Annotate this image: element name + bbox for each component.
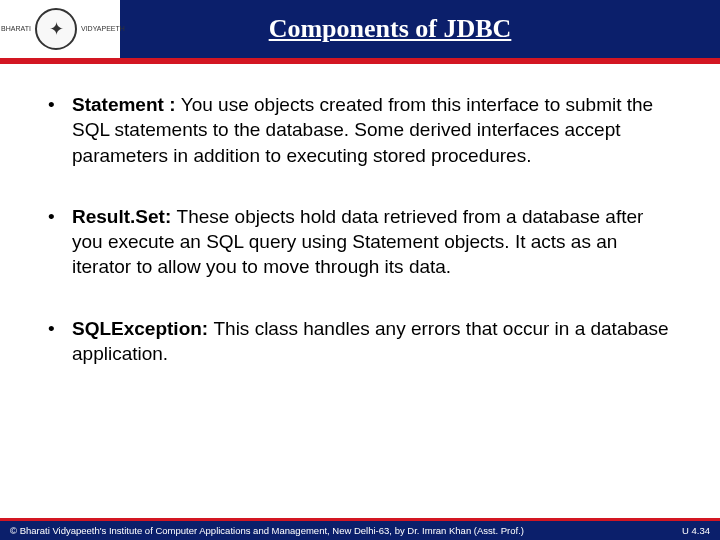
institution-logo: BHARATI ✦ VIDYAPEETH (0, 0, 120, 58)
bullet-text: SQLException: This class handles any err… (72, 316, 672, 367)
list-item: • Statement : You use objects created fr… (48, 92, 672, 168)
list-item: • Result.Set: These objects hold data re… (48, 204, 672, 280)
copyright-text: © Bharati Vidyapeeth's Institute of Comp… (10, 525, 524, 536)
bullet-icon: • (48, 92, 72, 168)
slide-content: • Statement : You use objects created fr… (0, 64, 720, 366)
emblem-icon: ✦ (35, 8, 77, 50)
term: Statement : (72, 94, 181, 115)
bullet-icon: • (48, 204, 72, 280)
list-item: • SQLException: This class handles any e… (48, 316, 672, 367)
term: Result.Set: (72, 206, 177, 227)
term: SQLException: (72, 318, 213, 339)
slide-title: Components of JDBC (120, 14, 720, 44)
bullet-text: Statement : You use objects created from… (72, 92, 672, 168)
logo-text-right: VIDYAPEETH (81, 25, 119, 33)
logo-text-left: BHARATI (1, 25, 31, 33)
slide-header: BHARATI ✦ VIDYAPEETH Components of JDBC (0, 0, 720, 58)
bullet-icon: • (48, 316, 72, 367)
slide-footer: © Bharati Vidyapeeth's Institute of Comp… (0, 518, 720, 540)
page-number: U 4.34 (682, 525, 710, 536)
bullet-text: Result.Set: These objects hold data retr… (72, 204, 672, 280)
